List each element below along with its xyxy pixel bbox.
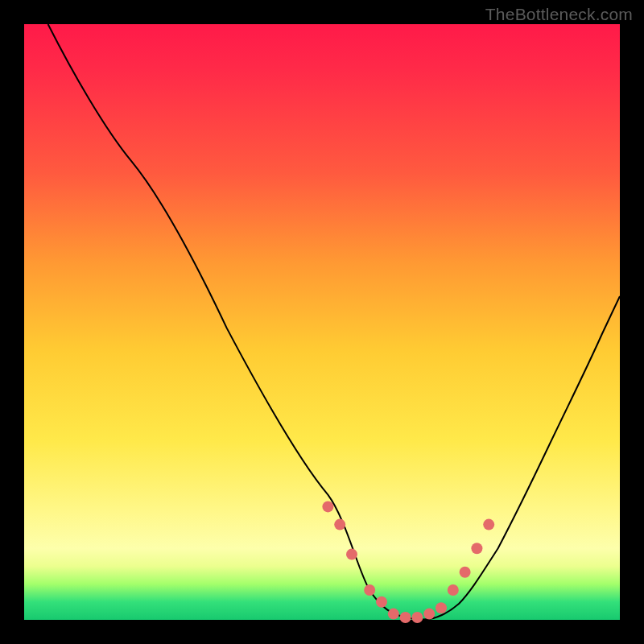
- data-point: [436, 602, 447, 613]
- data-point: [388, 609, 399, 620]
- data-point: [411, 612, 423, 623]
- data-point: [322, 501, 333, 512]
- data-point: [376, 597, 387, 608]
- chart-frame: TheBottleneck.com: [0, 0, 644, 644]
- watermark-text: TheBottleneck.com: [485, 5, 633, 24]
- data-point: [448, 584, 459, 596]
- fit-curve: [48, 24, 620, 619]
- data-point: [423, 609, 435, 620]
- data-point: [364, 584, 375, 596]
- plot-area: [24, 24, 620, 620]
- chart-svg: [24, 24, 620, 620]
- data-point: [400, 612, 411, 623]
- data-point: [483, 519, 494, 530]
- data-point: [346, 549, 357, 560]
- data-point: [471, 543, 482, 554]
- data-point: [460, 567, 471, 578]
- data-point: [334, 519, 345, 530]
